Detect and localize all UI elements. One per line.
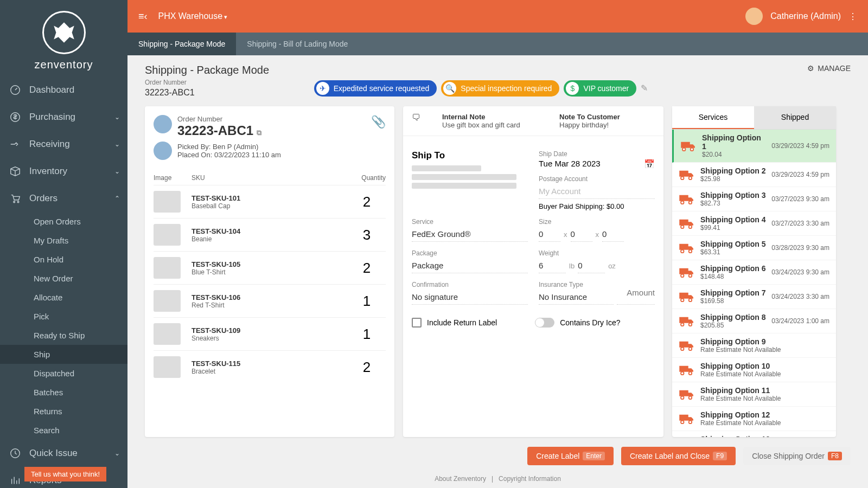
menu-toggle-icon[interactable]: ≡‹ bbox=[138, 11, 148, 22]
tag-icon[interactable]: ✎ bbox=[641, 83, 648, 93]
service-price: $25.98 bbox=[700, 175, 766, 183]
service-option[interactable]: Shipping Option 2$25.9803/29/2023 4:59 p… bbox=[672, 163, 836, 187]
item-row[interactable]: TEST-SKU-105Blue T-Shirt2 bbox=[154, 251, 386, 284]
service-option[interactable]: Shipping Option 13Rate Estimate Not Avai… bbox=[672, 431, 836, 437]
item-sku: TEST-SKU-109 bbox=[192, 326, 348, 335]
nav-dashboard[interactable]: Dashboard bbox=[0, 76, 127, 104]
item-name: Sneakers bbox=[192, 335, 348, 342]
nav-orders[interactable]: Orders⌃ bbox=[0, 185, 127, 212]
service-name: Shipping Option 7 bbox=[700, 288, 766, 297]
chevron-up-icon: ⌃ bbox=[114, 195, 120, 202]
svg-point-9 bbox=[689, 177, 692, 180]
size-w[interactable] bbox=[571, 227, 592, 242]
warehouse-selector[interactable]: PHX Warehouse bbox=[158, 11, 228, 21]
dry-ice-toggle[interactable] bbox=[535, 318, 554, 328]
service-option[interactable]: Shipping Option 4$99.4103/27/2023 3:30 a… bbox=[672, 211, 836, 236]
ship-date[interactable]: Tue Mar 28 2023 bbox=[539, 159, 601, 168]
service-option[interactable]: Shipping Option 12Rate Estimate Not Avai… bbox=[672, 407, 836, 431]
item-row[interactable]: TEST-SKU-115Bracelet2 bbox=[154, 350, 386, 383]
create-label-button[interactable]: Create LabelEnter bbox=[527, 447, 614, 465]
svg-point-21 bbox=[689, 323, 692, 326]
order-items-panel: Order Number 32223-ABC1⧉ 📎 Picked By: Be… bbox=[145, 106, 394, 437]
nav-quick-issue[interactable]: Quick Issue⌄ bbox=[0, 440, 127, 467]
tab-services[interactable]: Services bbox=[672, 106, 754, 129]
service-option[interactable]: Shipping Option 7$169.5803/24/2023 3:30 … bbox=[672, 285, 836, 309]
service-date: 03/27/2023 3:30 am bbox=[771, 220, 829, 227]
service-select[interactable] bbox=[412, 227, 528, 242]
weight-oz[interactable] bbox=[578, 258, 605, 273]
service-option[interactable]: Shipping Option 10Rate Estimate Not Avai… bbox=[672, 358, 836, 382]
tab-shipped[interactable]: Shipped bbox=[754, 106, 836, 129]
badge-inspection: 🔍Special inspection required bbox=[441, 80, 559, 97]
service-option[interactable]: Shipping Option 8$205.8503/24/2023 1:00 … bbox=[672, 309, 836, 333]
nav-inventory[interactable]: Inventory⌄ bbox=[0, 158, 127, 185]
svg-point-14 bbox=[681, 250, 684, 253]
item-sku: TEST-SKU-104 bbox=[192, 227, 348, 235]
sub-ready-to-ship[interactable]: Ready to Ship bbox=[0, 326, 127, 345]
svg-point-28 bbox=[681, 421, 684, 424]
address-line bbox=[412, 174, 516, 180]
about-link[interactable]: About Zenventory bbox=[435, 475, 486, 483]
service-option[interactable]: Shipping Option 9Rate Estimate Not Avail… bbox=[672, 333, 836, 358]
copy-icon[interactable]: ⧉ bbox=[257, 129, 261, 137]
service-option[interactable]: Shipping Option 11Rate Estimate Not Avai… bbox=[672, 382, 836, 407]
attachment-icon[interactable]: 📎 bbox=[371, 115, 386, 129]
copyright-link[interactable]: Copyright Information bbox=[499, 475, 561, 483]
clock-icon bbox=[8, 447, 23, 460]
truck-icon bbox=[679, 339, 695, 351]
insurance-select[interactable] bbox=[539, 290, 614, 305]
package-select[interactable] bbox=[412, 258, 528, 273]
sub-returns[interactable]: Returns bbox=[0, 402, 127, 421]
manage-button[interactable]: ⚙MANAGE bbox=[807, 64, 851, 73]
postage-select[interactable] bbox=[539, 184, 655, 199]
weight-lb[interactable] bbox=[539, 258, 566, 273]
service-name: Shipping Option 10 bbox=[700, 362, 829, 370]
kebab-icon[interactable]: ⋮ bbox=[848, 11, 857, 22]
logo: zenventory bbox=[0, 0, 127, 76]
sub-search[interactable]: Search bbox=[0, 421, 127, 440]
tab-bol-mode[interactable]: Shipping - Bill of Lading Mode bbox=[236, 33, 359, 55]
chart-icon bbox=[8, 474, 23, 487]
page-title: Shipping - Package Mode bbox=[145, 64, 269, 76]
item-name: Blue T-Shirt bbox=[192, 268, 348, 276]
weight-label: Weight bbox=[539, 249, 655, 257]
feedback-button[interactable]: Tell us what you think! bbox=[24, 467, 106, 481]
order-number-label: Order Number bbox=[145, 79, 195, 86]
item-row[interactable]: TEST-SKU-104Beanie3 bbox=[154, 218, 386, 251]
insurance-amount[interactable] bbox=[617, 281, 655, 305]
sub-ship[interactable]: Ship bbox=[0, 345, 127, 364]
sub-pick[interactable]: Pick bbox=[0, 307, 127, 326]
create-label-close-button[interactable]: Create Label and CloseF9 bbox=[621, 447, 736, 465]
sub-dispatched[interactable]: Dispatched bbox=[0, 364, 127, 383]
sub-my-drafts[interactable]: My Drafts bbox=[0, 231, 127, 250]
close-shipping-button[interactable]: Close Shipping OrderF8 bbox=[743, 447, 851, 465]
service-name: Shipping Option 1 bbox=[702, 133, 766, 151]
service-option[interactable]: Shipping Option 1$20.0403/29/2023 4:59 p… bbox=[672, 130, 836, 163]
sub-allocate[interactable]: Allocate bbox=[0, 288, 127, 307]
size-l[interactable] bbox=[539, 227, 560, 242]
confirmation-select[interactable] bbox=[412, 290, 528, 305]
truck-icon bbox=[679, 193, 695, 205]
user-avatar[interactable] bbox=[745, 8, 763, 25]
sub-on-hold[interactable]: On Hold bbox=[0, 250, 127, 269]
service-option[interactable]: Shipping Option 5$63.3103/28/2023 9:30 a… bbox=[672, 236, 836, 260]
order-number-input[interactable]: 32223-ABC1 bbox=[145, 88, 195, 98]
service-price: $205.85 bbox=[700, 322, 766, 329]
service-option[interactable]: Shipping Option 6$148.4803/24/2023 9:30 … bbox=[672, 260, 836, 285]
sub-batches[interactable]: Batches bbox=[0, 383, 127, 402]
nav-purchasing[interactable]: Purchasing⌄ bbox=[0, 104, 127, 131]
nav-receiving[interactable]: Receiving⌄ bbox=[0, 131, 127, 158]
return-label-checkbox[interactable] bbox=[412, 318, 422, 328]
sub-new-order[interactable]: New Order bbox=[0, 269, 127, 288]
service-option[interactable]: Shipping Option 3$82.7303/27/2023 9:30 a… bbox=[672, 187, 836, 211]
item-row[interactable]: TEST-SKU-106Red T-Shirt1 bbox=[154, 284, 386, 317]
item-row[interactable]: TEST-SKU-109Sneakers1 bbox=[154, 317, 386, 350]
size-h[interactable] bbox=[602, 227, 624, 242]
calendar-icon[interactable]: 📅 bbox=[644, 159, 655, 169]
service-date: 03/28/2023 9:30 am bbox=[771, 244, 829, 252]
item-row[interactable]: TEST-SKU-101Baseball Cap2 bbox=[154, 185, 386, 218]
postage-label: Postage Account bbox=[539, 175, 655, 183]
sub-open-orders[interactable]: Open Orders bbox=[0, 212, 127, 231]
tab-package-mode[interactable]: Shipping - Package Mode bbox=[127, 33, 236, 55]
svg-point-27 bbox=[689, 396, 692, 400]
